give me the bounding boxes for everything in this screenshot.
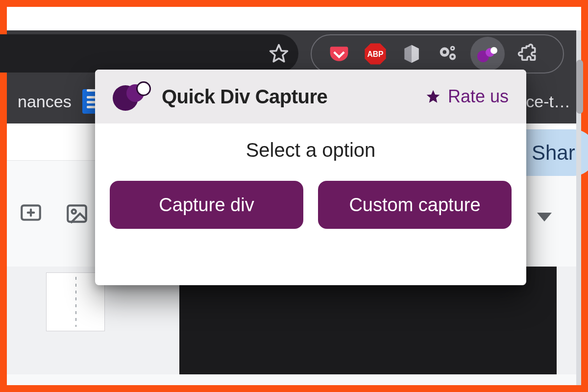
svg-marker-0: [270, 45, 288, 62]
popup-title: Quick Div Capture: [162, 86, 327, 108]
svg-point-11: [490, 47, 497, 54]
popup-header: Quick Div Capture Rate us: [95, 70, 526, 123]
bookmark-star-icon[interactable]: [268, 43, 290, 64]
rate-us-link[interactable]: Rate us: [425, 86, 509, 107]
screenshot-frame: ABP: [0, 0, 588, 392]
svg-marker-17: [427, 90, 440, 103]
bookmark-item-right[interactable]: ce-t…: [526, 92, 570, 111]
extensions-pill: ABP: [311, 34, 564, 74]
share-label: Shar: [532, 141, 575, 165]
custom-capture-button[interactable]: Custom capture: [318, 181, 512, 229]
svg-point-4: [442, 50, 446, 54]
bookmark-text: ce-t…: [526, 92, 570, 111]
star-filled-icon: [425, 89, 441, 104]
svg-point-8: [452, 48, 453, 49]
address-bar[interactable]: [0, 34, 298, 73]
popup-body: Select a option Capture div Custom captu…: [95, 123, 526, 285]
svg-text:ABP: ABP: [368, 50, 384, 58]
dropdown-chevron-icon[interactable]: [537, 213, 552, 221]
bookmark-text: nances: [18, 92, 72, 111]
rate-us-label: Rate us: [448, 86, 509, 107]
quick-div-capture-extension-icon[interactable]: [470, 37, 505, 71]
bookmark-item-left[interactable]: nances: [18, 89, 103, 114]
svg-rect-15: [68, 205, 86, 221]
office-extension-icon[interactable]: [398, 40, 425, 68]
capture-div-button[interactable]: Capture div: [110, 181, 303, 229]
pocket-extension-icon[interactable]: [325, 40, 353, 68]
docs-toolbar-fragment: [18, 200, 90, 227]
comment-insert-icon[interactable]: [18, 200, 44, 227]
svg-point-16: [72, 210, 76, 214]
extension-popup: Quick Div Capture Rate us Select a optio…: [95, 70, 526, 285]
image-insert-icon[interactable]: [64, 200, 90, 227]
extensions-puzzle-icon[interactable]: [514, 40, 541, 68]
popup-prompt: Select a option: [246, 139, 376, 161]
gears-extension-icon[interactable]: [434, 40, 462, 68]
quick-div-capture-logo-icon: [113, 82, 152, 111]
abp-extension-icon[interactable]: ABP: [362, 40, 389, 68]
browser-scroll-track[interactable]: [576, 30, 581, 385]
svg-point-6: [451, 55, 454, 58]
popup-button-row: Capture div Custom capture: [110, 181, 512, 229]
browser-scroll-thumb[interactable]: [576, 60, 583, 114]
